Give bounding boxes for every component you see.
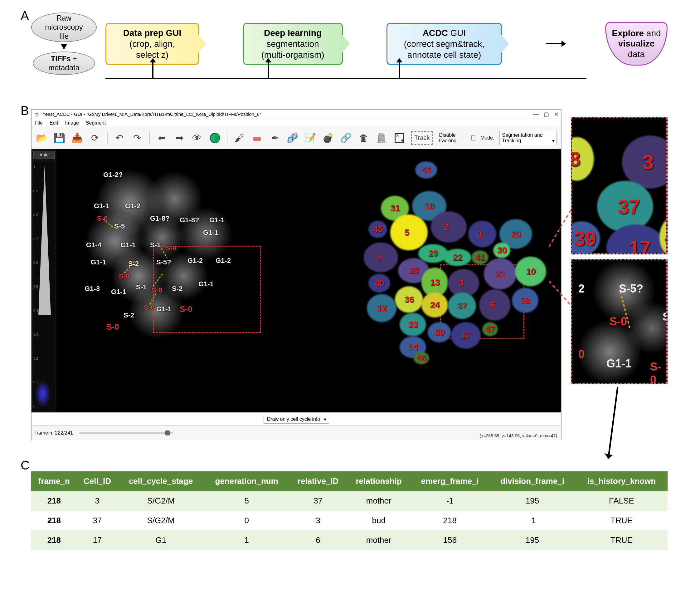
table-cell: -1 [489,511,576,530]
contrast-icon[interactable] [209,131,221,145]
zoom-inset-segmentation: 337839174 [571,117,668,255]
panel-a-flowchart: Raw microscopy file TIFFs +metadata Data… [31,12,668,100]
cell-cycle-label: S-0 [180,304,192,314]
menu-file[interactable]: File [35,120,43,126]
table-cell: 156 [411,530,489,550]
mode-dropdown[interactable]: Segmentation and Tracking [499,131,557,145]
exclude-icon[interactable]: ✕+ [393,131,405,145]
cell-id-label: 47 [486,324,495,334]
minimize-icon[interactable]: — [533,111,539,118]
reload-icon[interactable]: 📥 [72,131,83,145]
cell-id-label: 17 [461,330,471,340]
cell-id-label: 37 [458,301,467,311]
cell-cycle-label: G1-1 [94,202,109,210]
next-arrow-icon[interactable]: ➡ [174,131,185,145]
redo-icon[interactable]: ↷ [131,131,143,145]
table-cell: TRUE [576,530,668,550]
undo-icon[interactable]: ↶ [114,131,125,145]
table-header: cell_cycle_stage [118,471,204,491]
cell-cycle-label: G1-1 [120,241,136,249]
cell-cycle-label: G1-1 [111,288,126,296]
cell-cycle-label: G1-1 [91,258,106,266]
window-titlebar: ☕ Yeast_ACDC - GUI - "G:/My Drive/1_MIA_… [31,110,561,119]
raw-file-node: Raw microscopy file [31,12,97,42]
menu-segment[interactable]: Segment [86,120,106,126]
raw-image-pane[interactable]: G1-2?G1-1G1-2S-0S-5G1-8?G1-8?G1-1G1-1G1-… [56,149,309,412]
cell-cycle-label: G1-8? [180,216,199,224]
segmentation-pane[interactable]: 4331184552120309292241281332110403624376… [309,149,562,412]
table-header: relationship [347,471,411,491]
cell-cycle-label: G1-1 [198,280,214,288]
svg-line-5 [103,219,113,227]
prev-arrow-icon[interactable]: ⬅ [156,131,167,145]
cell-id-label: 45 [373,224,383,234]
cell-id-label: 1 [478,229,483,239]
table-cell: 37 [289,491,347,511]
toolbar: 📂 💾 📥 ⟳ ↶ ↷ ⬅ ➡ 👁 🖌 ✒ 🧬 📝 💣 🔗 🗑 🪦 ✕+ Tra… [31,127,561,149]
overlay-dropdown[interactable]: Draw only cell cycle info [264,415,329,424]
cell-id-label: 21 [496,269,505,279]
cursor-coord-readout: (x=285.65, y=143.06, value=0, max=47) [478,433,558,439]
table-header: Cell_ID [77,471,118,491]
histogram-plot[interactable]: 10.90.80.70.60.50.40.30.20.10 [33,162,55,411]
eye-icon[interactable]: 👁 [192,131,203,145]
save-icon[interactable]: 💾 [54,131,65,145]
menu-bar: File Edit Image Segment [31,119,561,127]
cell-cycle-label: S-1 [136,283,147,291]
table-cell: -1 [411,491,489,511]
cell-id-label: 30 [497,245,507,255]
open-folder-icon[interactable]: 📂 [36,131,47,145]
svg-line-9 [153,274,162,286]
edit-note-icon[interactable]: 📝 [305,131,316,145]
refresh-icon[interactable]: ⟳ [89,131,101,145]
acdc-gui-box: ACDC GUI(correct segm&track, annotate ce… [386,23,502,65]
link-icon[interactable]: 🔗 [340,131,352,145]
rip-icon[interactable]: 🪦 [376,131,387,145]
pen-icon[interactable]: ✒ [269,131,281,145]
table-cell: FALSE [576,491,668,511]
table-cell: 195 [489,491,576,511]
cell-cycle-label: G1-2 [216,257,231,265]
track-button[interactable]: Track [411,131,433,145]
cell-id-label: 43 [422,165,432,175]
cell-id-label: 39 [435,327,445,337]
auto-levels-button[interactable]: Auto [33,151,54,159]
table-cell: 218 [31,511,77,530]
svg-line-7 [159,246,167,258]
close-icon[interactable]: ✕ [554,111,559,118]
table-cell: 3 [289,511,347,530]
cell-id-label: 33 [409,320,418,330]
svg-line-8 [150,293,156,304]
table-cell: 37 [77,511,118,530]
table-cell: TRUE [576,511,668,530]
table-cell: mother [347,491,411,511]
cell-id-label: 2 [444,222,449,232]
table-header: relative_ID [289,471,347,491]
eraser-icon[interactable] [251,131,263,145]
menu-image[interactable]: Image [65,120,79,126]
brush-icon[interactable]: 🖌 [234,131,245,145]
cell-cycle-label: G1-2 [125,202,140,210]
cell-cycle-label: G1-1 [203,228,218,236]
arrow-up-icon [268,63,269,78]
table-cell: 5 [204,491,289,511]
cell-id-label: 36 [404,295,414,305]
maximize-icon[interactable]: ▢ [544,111,549,118]
table-row: 21837S/G2/M03bud218-1TRUE [31,511,668,530]
arrow-up-icon [152,63,153,78]
explore-box: Explore andvisualizedata [605,22,668,66]
menu-edit[interactable]: Edit [49,120,58,126]
table-row: 21817G116mother156195TRUE [31,530,668,550]
window-title: Yeast_ACDC - GUI - "G:/My Drive/1_MIA_Da… [40,111,533,117]
disable-tracking-checkbox[interactable] [471,135,475,140]
bomb-icon[interactable]: 💣 [322,131,334,145]
svg-text:✕: ✕ [395,133,399,138]
trash-icon[interactable]: 🗑 [358,131,369,145]
dna-icon[interactable]: 🧬 [287,131,298,145]
table-header: emerg_frame_i [411,471,489,491]
cell-id-label: 14 [409,342,418,352]
frame-slider[interactable] [79,432,173,434]
table-cell: 195 [489,530,576,550]
cell-id-label: 32 [520,295,530,305]
svg-text:+: + [400,138,404,143]
